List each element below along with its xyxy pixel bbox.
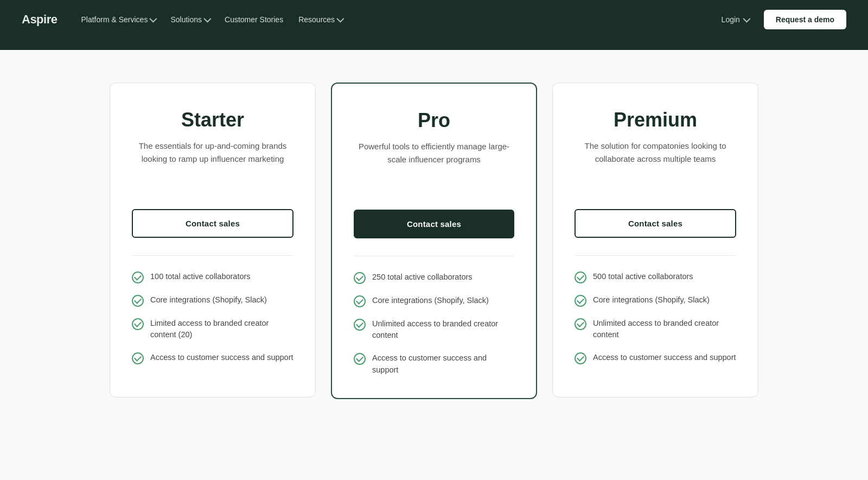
card-header: Starter The essentials for up-and-coming… — [132, 109, 293, 179]
feature-item: Core integrations (Shopify, Slack) — [354, 295, 514, 307]
chevron-down-icon — [150, 15, 157, 23]
feature-text: Access to customer success and support — [150, 352, 293, 364]
check-icon — [575, 295, 586, 307]
chevron-down-icon — [743, 15, 750, 23]
main-content: Starter The essentials for up-and-coming… — [0, 50, 868, 480]
check-icon — [354, 295, 366, 307]
feature-item: Access to customer success and support — [354, 352, 514, 376]
nav-item-customer-stories[interactable]: Customer Stories — [218, 11, 290, 28]
check-icon — [354, 353, 366, 365]
card-divider — [354, 256, 514, 256]
plan-title: Starter — [132, 109, 293, 131]
feature-text: Core integrations (Shopify, Slack) — [372, 295, 489, 307]
check-icon — [575, 352, 586, 364]
pricing-card-pro: Pro Powerful tools to efficiently manage… — [331, 83, 537, 399]
feature-text: Unlimited access to branded creator cont… — [593, 318, 736, 342]
nav-left: Aspire Platform & Services Solutions Cus… — [22, 11, 349, 28]
nav-item-solutions[interactable]: Solutions — [164, 11, 216, 28]
nav-item-platform[interactable]: Platform & Services — [74, 11, 162, 28]
feature-text: 500 total active collaborators — [593, 271, 693, 283]
feature-item: Access to customer success and support — [132, 352, 293, 364]
features-list: 500 total active collaborators Core inte… — [575, 271, 736, 365]
card-divider — [575, 255, 736, 256]
plan-title: Pro — [354, 110, 514, 131]
check-icon — [354, 272, 366, 284]
feature-item: Limited access to branded creator conten… — [132, 318, 293, 342]
feature-text: Access to customer success and support — [593, 352, 736, 364]
feature-text: Limited access to branded creator conten… — [150, 318, 293, 342]
features-list: 250 total active collaborators Core inte… — [354, 271, 514, 376]
nav-link-label: Resources — [298, 15, 335, 24]
pricing-card-starter: Starter The essentials for up-and-coming… — [110, 83, 316, 397]
nav-right: Login Request a demo — [715, 10, 846, 29]
nav-links: Platform & Services Solutions Customer S… — [74, 11, 349, 28]
feature-item: 250 total active collaborators — [354, 271, 514, 284]
check-icon — [575, 318, 586, 330]
feature-item: Core integrations (Shopify, Slack) — [575, 294, 736, 307]
feature-text: Unlimited access to branded creator cont… — [372, 318, 514, 342]
chevron-down-icon — [336, 15, 344, 23]
check-icon — [132, 318, 144, 330]
navigation: Aspire Platform & Services Solutions Cus… — [0, 0, 868, 39]
feature-text: Core integrations (Shopify, Slack) — [150, 294, 267, 306]
check-icon — [354, 319, 366, 331]
feature-item: Core integrations (Shopify, Slack) — [132, 294, 293, 307]
feature-item: Unlimited access to branded creator cont… — [575, 318, 736, 342]
plan-description: Powerful tools to efficiently manage lar… — [354, 140, 514, 179]
plan-description: The essentials for up-and-coming brands … — [132, 140, 293, 179]
check-icon — [575, 271, 586, 283]
feature-text: Core integrations (Shopify, Slack) — [593, 294, 710, 306]
pricing-container: Starter The essentials for up-and-coming… — [98, 83, 770, 399]
feature-text: Access to customer success and support — [372, 352, 514, 376]
feature-text: 100 total active collaborators — [150, 271, 251, 283]
card-header: Pro Powerful tools to efficiently manage… — [354, 110, 514, 179]
nav-link-label: Customer Stories — [225, 15, 283, 24]
nav-link-label: Solutions — [170, 15, 202, 24]
feature-item: Access to customer success and support — [575, 352, 736, 364]
nav-item-resources[interactable]: Resources — [292, 11, 349, 28]
pricing-card-premium: Premium The solution for compatonies loo… — [552, 83, 758, 397]
feature-item: Unlimited access to branded creator cont… — [354, 318, 514, 342]
check-icon — [132, 295, 144, 307]
contact-sales-button[interactable]: Contact sales — [354, 210, 514, 238]
login-label: Login — [722, 15, 740, 24]
card-header: Premium The solution for compatonies loo… — [575, 109, 736, 179]
login-button[interactable]: Login — [715, 11, 755, 28]
contact-sales-button[interactable]: Contact sales — [575, 209, 736, 238]
contact-sales-button[interactable]: Contact sales — [132, 209, 293, 238]
feature-item: 100 total active collaborators — [132, 271, 293, 283]
chevron-down-icon — [203, 15, 211, 23]
plan-title: Premium — [575, 109, 736, 131]
features-list: 100 total active collaborators Core inte… — [132, 271, 293, 365]
dark-strip — [0, 39, 868, 50]
plan-description: The solution for compatonies looking to … — [575, 140, 736, 179]
logo[interactable]: Aspire — [22, 12, 57, 27]
nav-link-label: Platform & Services — [81, 15, 148, 24]
feature-item: 500 total active collaborators — [575, 271, 736, 283]
feature-text: 250 total active collaborators — [372, 271, 473, 283]
check-icon — [132, 271, 144, 283]
card-divider — [132, 255, 293, 256]
check-icon — [132, 352, 144, 364]
request-demo-button[interactable]: Request a demo — [764, 10, 846, 29]
